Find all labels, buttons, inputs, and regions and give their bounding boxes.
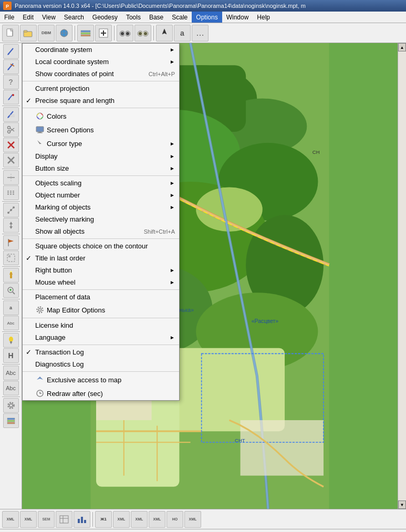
menu-diagnostics-log[interactable]: Diagnostics Log: [23, 358, 179, 370]
right-scrollbar[interactable]: ▲ ▼: [398, 43, 406, 509]
binoculars2-btn[interactable]: [134, 25, 151, 41]
pencil-btn[interactable]: [3, 44, 19, 59]
menu-base[interactable]: Base: [145, 12, 168, 23]
menu-display[interactable]: Display ►: [23, 150, 179, 162]
dbm-btn[interactable]: DBM: [38, 25, 55, 41]
menu-square-objects-choice[interactable]: Square objects choice on the contour: [23, 240, 179, 252]
menu-show-all-objects[interactable]: Show all objects Shift+Ctrl+A: [23, 225, 179, 237]
svg-marker-60: [8, 239, 14, 243]
cross-grey-btn[interactable]: [3, 153, 19, 168]
lamp-btn[interactable]: [3, 333, 19, 348]
menu-exclusive-access[interactable]: Exclusive access to map: [23, 373, 179, 387]
scissors-btn[interactable]: [3, 122, 19, 137]
text-abc-btn[interactable]: Abc: [3, 316, 19, 330]
zoomin-btn[interactable]: [3, 283, 19, 298]
menu-precise-square[interactable]: ✓ Precise square and length: [23, 95, 179, 107]
pencil4-btn[interactable]: [3, 107, 19, 122]
flag-btn[interactable]: [3, 235, 19, 250]
open-btn[interactable]: [20, 25, 37, 41]
menu-search[interactable]: Search: [60, 12, 88, 23]
xml-btn2[interactable]: XML: [20, 511, 37, 528]
layers-btn[interactable]: [77, 25, 94, 41]
menu-transaction-log[interactable]: ✓ Transaction Log: [23, 346, 179, 358]
new-btn[interactable]: [2, 25, 19, 41]
menu-selectively-marking[interactable]: Selectively marking: [23, 213, 179, 225]
menu-right-button[interactable]: Right button ►: [23, 264, 179, 276]
menu-language[interactable]: Language ►: [23, 331, 179, 343]
menu-title-in-last-order[interactable]: ✓ Title in last order: [23, 252, 179, 264]
menu-cursor-type[interactable]: Cursor type ►: [23, 137, 179, 150]
arrows-btn[interactable]: [3, 218, 19, 233]
text-a-btn[interactable]: a: [174, 25, 191, 41]
question-btn[interactable]: ?: [3, 75, 19, 89]
scroll-up-btn[interactable]: ▲: [398, 43, 406, 51]
svg-text:P: P: [6, 4, 9, 9]
xml-btn4[interactable]: XML: [131, 511, 148, 528]
menu-show-coordinates[interactable]: Show coordinates of point Ctrl+Alt+P: [23, 68, 179, 80]
svg-point-74: [8, 403, 14, 409]
menu-window[interactable]: Window: [222, 12, 253, 23]
bottom-toolbar: XML XML SEM Ж1 XML XML XML НО XML: [0, 509, 406, 529]
sem-btn[interactable]: SEM: [38, 511, 55, 528]
menu-geodesy[interactable]: Geodesy: [88, 12, 122, 23]
sep8: [23, 371, 179, 372]
menu-objects-scaling[interactable]: Objects scaling ►: [23, 177, 179, 189]
menu-options[interactable]: Options: [192, 12, 222, 23]
menu-screen-options[interactable]: Screen Options: [23, 123, 179, 137]
menu-scale[interactable]: Scale: [168, 12, 192, 23]
menu-license-kind[interactable]: License kind: [23, 319, 179, 331]
svg-rect-75: [7, 418, 15, 420]
menu-bar: File Edit View Search Geodesy Tools Base…: [0, 12, 406, 23]
svg-rect-10: [81, 30, 90, 32]
menu-marking-objects[interactable]: Marking of objects ►: [23, 201, 179, 213]
abc2-btn[interactable]: Abc: [3, 381, 19, 395]
ellipsis-btn[interactable]: …: [192, 25, 209, 41]
zh1-btn[interactable]: Ж1: [95, 511, 112, 528]
grid-sel-btn[interactable]: [3, 251, 19, 265]
menu-colors[interactable]: Colors: [23, 109, 179, 123]
menu-edit[interactable]: Edit: [18, 12, 38, 23]
binoculars1-btn[interactable]: [117, 25, 133, 41]
menu-coordinate-system[interactable]: Coordinate system ►: [23, 44, 179, 56]
scroll-down-btn[interactable]: ▼: [398, 500, 406, 509]
ho-btn[interactable]: НО: [166, 511, 183, 528]
menu-placement-of-data[interactable]: Placement of data: [23, 291, 179, 303]
menu-help[interactable]: Help: [253, 12, 274, 23]
xml-btn5[interactable]: XML: [149, 511, 165, 528]
zoom-plus-btn[interactable]: [95, 25, 112, 41]
xml-btn6[interactable]: XML: [184, 511, 201, 528]
globe-btn[interactable]: [56, 25, 72, 41]
node-btn[interactable]: [3, 203, 19, 217]
menu-mouse-wheel[interactable]: Mouse wheel ►: [23, 276, 179, 288]
layers2-btn[interactable]: [3, 413, 19, 428]
pencil2-btn[interactable]: [3, 59, 19, 74]
tbl-btn[interactable]: [56, 511, 72, 528]
menu-view[interactable]: View: [38, 12, 60, 23]
pencil3-btn[interactable]: [3, 90, 19, 105]
abc-lower-btn[interactable]: Abc: [3, 366, 19, 380]
menu-redraw-after[interactable]: Redraw after (sec): [23, 387, 179, 400]
svg-marker-57: [9, 226, 13, 229]
cross-red-btn[interactable]: [3, 138, 19, 152]
gear-btn[interactable]: [3, 398, 19, 413]
xml-btn1[interactable]: XML: [2, 511, 19, 528]
menu-current-projection[interactable]: Current projection: [23, 82, 179, 95]
graph-btn[interactable]: [74, 511, 90, 528]
menu-tools[interactable]: Tools: [122, 12, 145, 23]
svg-rect-63: [10, 275, 12, 278]
dashes-btn[interactable]: [3, 185, 19, 200]
menu-object-number[interactable]: Object number ►: [23, 189, 179, 201]
arrow-btn[interactable]: [156, 25, 173, 41]
menu-local-coordinate-system[interactable]: Local coordinate system ►: [23, 56, 179, 68]
scroll-track[interactable]: [398, 51, 406, 500]
text-label-btn[interactable]: a: [3, 300, 19, 315]
xml-btn3[interactable]: XML: [113, 511, 130, 528]
svg-point-54: [13, 206, 15, 208]
menu-button-size[interactable]: Button size ►: [23, 162, 179, 174]
flashlight-btn[interactable]: [3, 268, 19, 283]
menu-map-editor-options[interactable]: Map Editor Options: [23, 303, 179, 317]
menu-file[interactable]: File: [0, 12, 18, 23]
svg-point-34: [12, 94, 14, 96]
H-btn[interactable]: H: [3, 348, 19, 363]
hline-btn[interactable]: [3, 170, 19, 185]
